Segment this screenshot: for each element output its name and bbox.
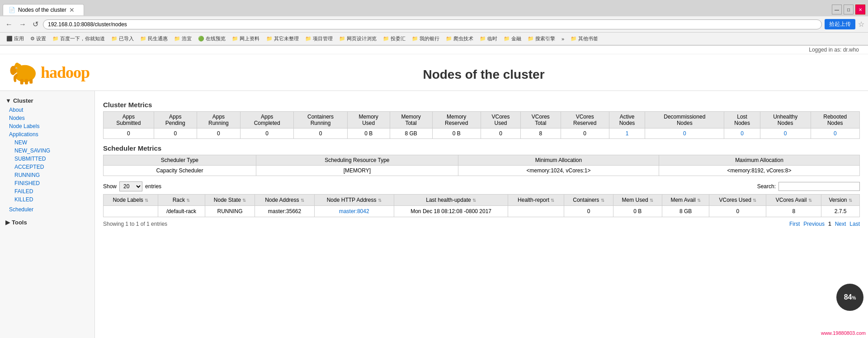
bookmark-baidu[interactable]: 📁 百度一下，你就知道 <box>50 34 108 43</box>
bookmark-imported[interactable]: 📁 已导入 <box>108 34 137 43</box>
bookmark-netdata[interactable]: 📁 网上资料 <box>229 34 262 43</box>
col-vcores-avail[interactable]: VCores Avail ⇅ <box>766 195 821 206</box>
pagination-last[interactable]: Last <box>849 221 860 227</box>
bookmark-settings[interactable]: ⚙ 设置 <box>28 34 49 43</box>
pagination-previous[interactable]: Previous <box>803 221 825 227</box>
sidebar-cluster-title[interactable]: ▼ Cluster <box>0 95 94 106</box>
lost-link[interactable]: 0 <box>741 130 744 137</box>
bookmark-haoy[interactable]: 📁 浩宜 <box>171 34 194 43</box>
sidebar-item-scheduler[interactable]: Scheduler <box>0 205 94 214</box>
sidebar-item-accepted[interactable]: ACCEPTED <box>5 163 94 171</box>
back-btn[interactable]: ← <box>4 19 14 29</box>
bookmark-other[interactable]: 📁 其它未整理 <box>264 34 302 43</box>
unhealthy-link[interactable]: 0 <box>784 130 787 137</box>
val-apps-pending: 0 <box>154 129 197 139</box>
col-containers[interactable]: Containers ⇅ <box>564 195 613 206</box>
sidebar-item-nodelabels[interactable]: Node Labels <box>0 122 94 130</box>
col-rack[interactable]: Rack ⇅ <box>158 195 205 206</box>
val-vcores-total: 8 <box>521 129 561 139</box>
svg-rect-7 <box>25 79 28 85</box>
col-min-allocation: Minimum Allocation <box>458 155 659 166</box>
show-select[interactable]: 20 50 100 <box>119 181 142 191</box>
sidebar-item-submitted[interactable]: SUBMITTED <box>5 155 94 163</box>
sidebar-item-nodes[interactable]: Nodes <box>0 114 94 122</box>
bookmark-star[interactable]: ☆ <box>858 20 864 29</box>
chart-overlay[interactable]: 84% <box>836 284 863 311</box>
bookmark-mybank[interactable]: 📁 我的银行 <box>409 34 442 43</box>
col-vcores-used2[interactable]: VCores Used ⇅ <box>709 195 766 206</box>
sidebar-item-applications[interactable]: Applications <box>0 130 94 138</box>
pagination-first[interactable]: First <box>789 221 800 227</box>
address-bar[interactable] <box>43 19 822 29</box>
sidebar-item-new-saving[interactable]: NEW_SAVING <box>5 147 94 155</box>
col-health-report[interactable]: Health-report ⇅ <box>508 195 564 206</box>
sidebar-item-new[interactable]: NEW <box>5 138 94 147</box>
close-btn[interactable]: ✕ <box>855 5 865 14</box>
col-vcores-reserved: VCoresReserved <box>561 112 609 129</box>
bookmark-spider[interactable]: 📁 爬虫技术 <box>443 34 476 43</box>
val-containers-running: 0 <box>294 129 347 139</box>
bookmark-tmp[interactable]: 📁 临时 <box>477 34 500 43</box>
col-node-address[interactable]: Node Address ⇅ <box>255 195 314 206</box>
cell-mem-used: 0 B <box>613 206 662 217</box>
bookmark-other-books[interactable]: » <box>559 35 567 43</box>
active-nodes-link[interactable]: 1 <box>626 130 629 137</box>
col-mem-used[interactable]: Mem Used ⇅ <box>613 195 662 206</box>
col-node-state[interactable]: Node State ⇅ <box>205 195 255 206</box>
col-mem-avail[interactable]: Mem Avail ⇅ <box>662 195 709 206</box>
col-scheduling-resource-type: Scheduling Resource Type <box>256 155 458 166</box>
sidebar-item-failed[interactable]: FAILED <box>5 187 94 195</box>
bookmark-apps[interactable]: ⬛ 应用 <box>4 34 27 43</box>
bookmark-mstg[interactable]: 📁 民生通惠 <box>137 34 170 43</box>
bookmark-preview[interactable]: 🟢 在线预览 <box>195 34 228 43</box>
bookmark-other-books2[interactable]: 📁 其他书签 <box>568 34 601 43</box>
cluster-metrics-row: 0 0 0 0 0 0 B 8 GB 0 B 0 8 0 1 0 0 0 0 <box>104 129 860 139</box>
refresh-btn[interactable]: ↺ <box>31 19 40 29</box>
http-address-link[interactable]: master:8042 <box>339 208 369 214</box>
minimize-btn[interactable]: — <box>832 5 842 14</box>
sidebar-item-killed[interactable]: KILLED <box>5 195 94 204</box>
search-input[interactable] <box>778 182 860 191</box>
upload-btn[interactable]: 拾起上传 <box>825 19 855 29</box>
val-vcores-used: 0 <box>481 129 520 139</box>
sidebar-item-finished[interactable]: FINISHED <box>5 179 94 187</box>
col-version[interactable]: Version ⇅ <box>821 195 860 206</box>
cell-address: master:35662 <box>255 206 314 217</box>
sidebar-item-about[interactable]: About <box>0 106 94 114</box>
browser-tab[interactable]: 📄 Nodes of the cluster ✕ <box>3 4 84 15</box>
bookmark-finance[interactable]: 📁 金融 <box>501 34 524 43</box>
col-apps-running: AppsRunning <box>197 112 240 129</box>
maximize-btn[interactable]: □ <box>844 5 854 14</box>
showing-text: Showing 1 to 1 of 1 entries <box>103 221 167 227</box>
bookmark-webdesign[interactable]: 📁 网页设计浏览 <box>336 34 379 43</box>
pagination-next[interactable]: Next <box>835 221 846 227</box>
bookmark-search[interactable]: 📁 搜索引擎 <box>525 34 558 43</box>
col-last-health[interactable]: Last health-update ⇅ <box>394 195 508 206</box>
rebooted-link[interactable]: 0 <box>834 130 837 137</box>
col-active-nodes: ActiveNodes <box>609 112 645 129</box>
val-vcores-reserved: 0 <box>561 129 609 139</box>
logo-area: hadoop <box>9 59 108 86</box>
tab-close-btn[interactable]: ✕ <box>69 6 75 14</box>
val-active-nodes: 1 <box>609 129 645 139</box>
sidebar-item-running[interactable]: RUNNING <box>5 171 94 179</box>
col-node-http-address[interactable]: Node HTTP Address ⇅ <box>314 195 394 206</box>
sort-icon-health-update: ⇅ <box>472 198 476 203</box>
col-lost-nodes: LostNodes <box>724 112 760 129</box>
tab-bar: 📄 Nodes of the cluster ✕ — □ ✕ <box>0 0 868 16</box>
val-unhealthy-nodes: 0 <box>760 129 811 139</box>
col-apps-pending: AppsPending <box>154 112 197 129</box>
bookmark-tzh[interactable]: 📁 投委汇 <box>380 34 408 43</box>
col-memory-reserved: MemoryReserved <box>432 112 481 129</box>
forward-btn[interactable]: → <box>17 19 28 29</box>
val-apps-running: 0 <box>197 129 240 139</box>
bookmark-pm[interactable]: 📁 项目管理 <box>302 34 335 43</box>
col-vcores-used: VCoresUsed <box>481 112 520 129</box>
col-scheduler-type: Scheduler Type <box>104 155 256 166</box>
sidebar-tools-title[interactable]: ▶ Tools <box>0 217 94 228</box>
page-title-area: Nodes of the cluster <box>108 63 859 82</box>
show-entries: Show 20 50 100 entries <box>103 181 161 191</box>
col-node-labels[interactable]: Node Labels ⇅ <box>104 195 158 206</box>
val-lost-nodes: 0 <box>724 129 760 139</box>
decommissioned-link[interactable]: 0 <box>683 130 686 137</box>
